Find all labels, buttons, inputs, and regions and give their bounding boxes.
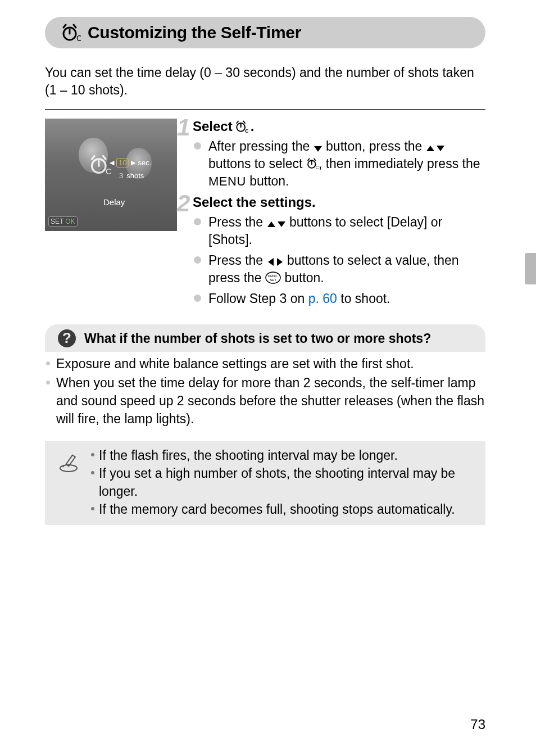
svg-text:FUNC.: FUNC. [268, 274, 279, 278]
self-timer-custom-icon: C [235, 120, 248, 133]
set-ok-indicator: SET OK [48, 216, 78, 227]
page-link[interactable]: p. 60 [308, 291, 337, 306]
step-2-title: Select the settings. [193, 194, 485, 210]
section-heading: C Customizing the Self-Timer [45, 17, 485, 48]
delay-value: 10 [116, 158, 129, 168]
pencil-note-icon [58, 452, 79, 473]
shots-label: shots [126, 171, 144, 180]
left-right-triangle-icon [267, 257, 284, 266]
shots-value: 3 [119, 171, 123, 180]
self-timer-custom-icon: C [61, 22, 81, 43]
intro-text: You can set the time delay (0 – 30 secon… [45, 64, 485, 99]
page-number: 73 [470, 717, 485, 732]
up-down-triangle-icon [426, 144, 445, 152]
camera-screen-mock: C ◀ 10 ▶ sec. 3 shots Delay SET OK [45, 119, 177, 231]
delay-label: Delay [103, 197, 125, 207]
notes-box: If the flash fires, the shooting interva… [45, 441, 485, 525]
func-set-button-icon: FUNC. SET [265, 271, 281, 284]
question-icon: ? [57, 329, 76, 348]
svg-text:C: C [76, 34, 81, 43]
note-item: If the flash fires, the shooting interva… [92, 447, 474, 465]
step-2: 2 Select the settings. Press the buttons… [193, 194, 485, 307]
svg-text:C: C [245, 128, 248, 133]
step-1: 1 Select C . After pressing the button, … [193, 119, 485, 190]
chevron-left-icon: ◀ [110, 159, 114, 166]
self-timer-custom-icon: C [306, 157, 319, 170]
svg-text:SET: SET [270, 278, 276, 282]
faq-list: Exposure and white balance settings are … [45, 355, 485, 428]
step-2-bullet: Press the buttons to select [Delay] or [… [208, 214, 485, 248]
sec-label: sec. [138, 159, 151, 167]
faq-item: Exposure and white balance settings are … [56, 355, 485, 373]
step-2-bullet: Follow Step 3 on p. 60 to shoot. [208, 290, 485, 307]
chevron-right-icon: ▶ [131, 159, 135, 166]
divider [45, 109, 485, 110]
down-triangle-icon [314, 146, 322, 152]
self-timer-custom-icon: C [89, 153, 111, 176]
svg-text:?: ? [62, 329, 71, 346]
up-down-triangle-icon [267, 220, 286, 228]
faq-box: ? What if the number of shots is set to … [45, 324, 485, 352]
note-item: If you set a high number of shots, the s… [92, 465, 474, 500]
note-item: If the memory card becomes full, shootin… [92, 501, 474, 519]
faq-title: What if the number of shots is set to tw… [84, 331, 473, 346]
step-1-title: Select C . [193, 119, 485, 134]
step-number: 1 [177, 114, 190, 141]
section-title: Customizing the Self-Timer [88, 23, 301, 42]
section-thumb-tab [525, 253, 536, 284]
svg-point-12 [266, 272, 280, 283]
step-2-bullet: Press the buttons to select a value, the… [208, 252, 485, 287]
step-1-bullet: After pressing the button, press the but… [208, 138, 485, 190]
step-number: 2 [177, 190, 190, 217]
menu-button-label: MENU [208, 174, 246, 188]
svg-text:C: C [106, 167, 111, 176]
faq-item: When you set the time delay for more tha… [56, 374, 485, 428]
